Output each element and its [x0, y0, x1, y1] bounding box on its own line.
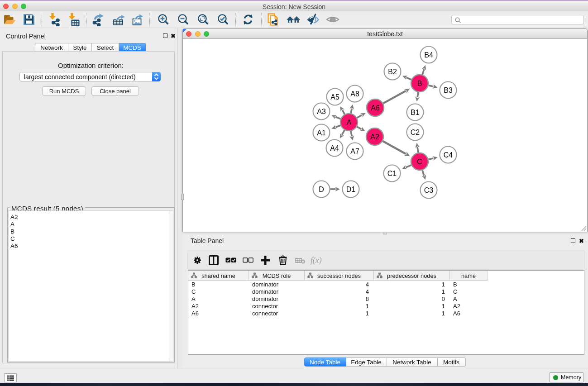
node-table: shared nameMCDS rolesuccessor nodesprede… — [188, 270, 584, 355]
deselect-all-icon[interactable] — [241, 253, 255, 267]
window-resize-grip[interactable] — [581, 225, 587, 231]
table-cell: A — [450, 295, 488, 303]
table-close-icon[interactable]: ✖ — [579, 238, 584, 243]
mcds-result-items: A2ABCA6 — [10, 214, 18, 250]
column-header-MCDS-role[interactable]: MCDS role — [249, 271, 305, 281]
export-network-icon[interactable] — [92, 13, 106, 26]
tab-motifs[interactable]: Motifs — [438, 357, 466, 367]
task-history-button[interactable] — [4, 373, 17, 382]
node-label-A4: A4 — [330, 144, 339, 152]
show-all-icon[interactable] — [326, 13, 339, 26]
edge-A-A6[interactable] — [357, 115, 362, 118]
column-header-successor-nodes[interactable]: successor nodes — [305, 271, 374, 281]
edge-C-C4[interactable] — [428, 158, 433, 160]
desktop-wallpaper-top — [0, 0, 588, 1]
table-row[interactable]: A6connector11A6 — [188, 310, 584, 317]
table-row[interactable]: Bdominator41B — [188, 281, 584, 288]
table-float-icon[interactable] — [571, 238, 575, 243]
open-session-icon[interactable] — [3, 13, 17, 26]
function-builder-icon[interactable]: f(x) — [310, 253, 324, 267]
refresh-icon[interactable] — [241, 13, 255, 26]
edge-C-C3[interactable] — [422, 170, 424, 176]
node-label-B4: B4 — [424, 51, 433, 59]
column-header-name[interactable]: name — [450, 271, 488, 281]
edge-A6-B[interactable] — [383, 91, 406, 103]
save-session-icon[interactable] — [22, 13, 36, 26]
table-cell: B — [188, 281, 249, 288]
select-all-icon[interactable] — [224, 253, 238, 267]
column-label: shared name — [201, 272, 235, 279]
run-mcds-button[interactable]: Run MCDS — [42, 86, 86, 95]
hierarchy-icon — [252, 272, 258, 280]
column-header-predecessor-nodes[interactable]: predecessor nodes — [374, 271, 450, 281]
optimization-criterion-dropdown[interactable]: largest connected component (directed) — [19, 72, 161, 81]
status-bar: Memory — [0, 369, 588, 383]
zoom-in-icon[interactable] — [157, 13, 170, 26]
table-cell: 1 — [374, 310, 450, 317]
edge-A-A1[interactable] — [335, 125, 340, 127]
edge-A-A3[interactable] — [335, 117, 340, 119]
edge-B-B4[interactable] — [422, 69, 424, 75]
edge-B-B1[interactable] — [417, 92, 418, 97]
close-panel-icon[interactable]: ✖ — [171, 33, 176, 38]
tab-mcds[interactable]: MCDS — [119, 43, 146, 52]
tab-select[interactable]: Select — [92, 43, 119, 52]
tab-network-table[interactable]: Network Table — [387, 357, 438, 367]
delete-column-icon[interactable] — [276, 253, 290, 267]
export-image-icon[interactable] — [131, 13, 144, 26]
hide-selected-icon[interactable] — [306, 13, 320, 26]
memory-button[interactable]: Memory — [550, 372, 583, 382]
edge-A-A4[interactable] — [342, 130, 344, 134]
edge-B-B2[interactable] — [406, 77, 411, 80]
edge-C-C1[interactable] — [406, 165, 411, 167]
table-cell: A6 — [188, 310, 249, 317]
edge-A-A7[interactable] — [351, 131, 352, 137]
table-row[interactable]: Cdominator41C — [188, 288, 584, 295]
show-column-icon[interactable] — [206, 253, 221, 267]
tab-node-table[interactable]: Node Table — [304, 357, 346, 367]
column-header-shared-name[interactable]: shared name — [188, 271, 249, 281]
import-network-icon[interactable] — [48, 13, 62, 26]
edge-C-C2[interactable] — [417, 147, 418, 152]
result-item[interactable]: A6 — [10, 243, 18, 250]
table-row[interactable]: Adominator80A — [188, 295, 584, 303]
zoom-selected-icon[interactable] — [216, 13, 230, 26]
left-edge-grip[interactable] — [181, 194, 184, 200]
edge-A-A5[interactable] — [342, 110, 344, 114]
table-header: shared nameMCDS rolesuccessor nodesprede… — [188, 271, 488, 281]
table-cell: 1 — [374, 288, 450, 295]
result-item[interactable]: C — [10, 235, 18, 243]
tab-edge-table[interactable]: Edge Table — [346, 357, 387, 367]
result-item[interactable]: B — [10, 228, 18, 235]
first-neighbors-icon[interactable] — [287, 13, 300, 26]
table-cell: 1 — [305, 310, 374, 317]
delete-table-icon[interactable] — [293, 253, 307, 267]
search-input[interactable] — [451, 15, 584, 24]
add-column-icon[interactable] — [258, 253, 272, 267]
new-network-from-selection-icon[interactable] — [267, 13, 280, 26]
table-cell: 1 — [374, 303, 450, 310]
network-canvas[interactable]: AA6A2BCA5A8A3A1A4A7B2B4B3B1C2C4C1C3DD1 — [183, 39, 587, 232]
table-cell: 0 — [374, 295, 450, 303]
node-label-B2: B2 — [388, 68, 397, 76]
edge-A-A8[interactable] — [351, 109, 352, 114]
export-table-icon[interactable] — [111, 13, 125, 26]
edge-A2-C[interactable] — [382, 141, 406, 154]
edge-B-B3[interactable] — [428, 86, 433, 87]
table-row[interactable]: A2connector11A2 — [188, 303, 584, 310]
result-item[interactable]: A — [10, 221, 18, 228]
import-table-icon[interactable] — [68, 13, 81, 26]
tab-style[interactable]: Style — [68, 43, 92, 52]
result-list-scrollbar[interactable] — [169, 211, 173, 361]
result-item[interactable]: A2 — [10, 214, 18, 221]
float-panel-icon[interactable] — [163, 33, 167, 38]
mcds-result-list[interactable]: A2ABCA6 — [9, 210, 173, 362]
edge-A-A2[interactable] — [357, 127, 361, 129]
zoom-out-icon[interactable] — [177, 13, 190, 26]
hierarchy-icon — [307, 272, 313, 280]
settings-icon[interactable] — [190, 253, 205, 267]
zoom-fit-icon[interactable] — [196, 13, 210, 26]
table-cell: A6 — [450, 310, 488, 317]
tab-network[interactable]: Network — [35, 43, 68, 52]
close-panel-button[interactable]: Close panel — [91, 86, 139, 95]
